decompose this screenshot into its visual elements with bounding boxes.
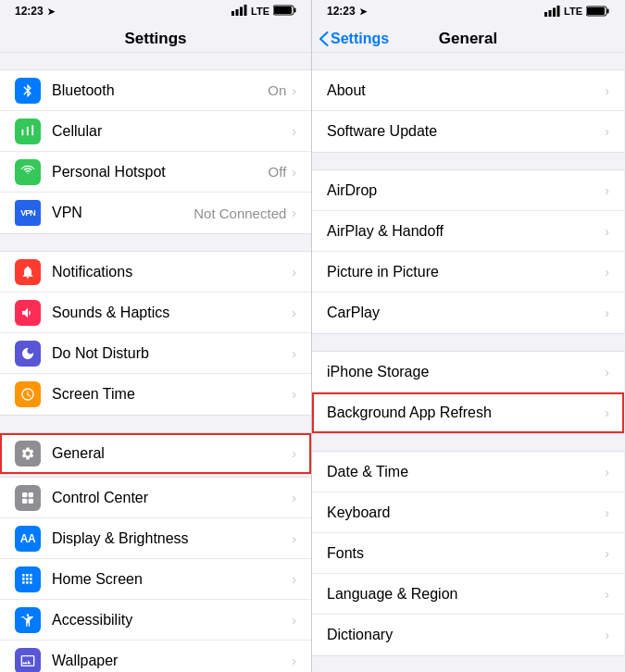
hotspot-label: Personal Hotspot [52,164,269,180]
airplay-item[interactable]: AirPlay & Handoff › [312,211,624,252]
carplay-label: CarPlay [327,305,605,321]
donotdisturb-chevron: › [292,346,296,361]
svg-rect-2 [240,7,243,17]
picture-label: Picture in Picture [327,264,605,280]
date-time-item[interactable]: Date & Time › [312,452,624,492]
svg-rect-6 [294,8,296,13]
vpn-label-left: VPN [52,205,194,221]
background-refresh-label: Background App Refresh [327,404,605,421]
background-refresh-item[interactable]: Background App Refresh › [312,392,624,433]
about-item[interactable]: About › [312,70,624,111]
wallpaper-item[interactable]: Wallpaper › [0,641,311,672]
iphone-storage-chevron: › [605,365,609,380]
picture-item[interactable]: Picture in Picture › [312,252,624,292]
svg-rect-7 [22,492,27,497]
svg-rect-18 [26,581,29,584]
svg-rect-14 [22,578,25,580]
dictionary-item[interactable]: Dictionary › [312,615,624,655]
signal-right [544,6,560,17]
screentime-label: Screen Time [52,386,292,403]
svg-rect-22 [549,10,552,17]
iphone-storage-item[interactable]: iPhone Storage › [312,352,624,392]
status-left: 12:23 ➤ [15,5,55,18]
screentime-item[interactable]: Screen Time › [0,374,311,415]
sounds-label: Sounds & Haptics [52,305,292,321]
left-panel: 12:23 ➤ LTE Settings Bluetooth [0,0,312,672]
airdrop-item[interactable]: AirDrop › [312,170,624,211]
vpn-icon-bg: VPN [15,200,41,226]
controlcenter-icon-bg [15,485,41,511]
cellular-label: Cellular [52,123,292,140]
right-panel: 12:23 ➤ LTE Settings General About › Sof… [312,0,624,672]
notifications-item[interactable]: Notifications › [0,252,311,292]
controlcenter-item[interactable]: Control Center › [0,478,311,518]
signal-bars [231,5,247,18]
software-update-item[interactable]: Software Update › [312,111,624,152]
controlcenter-label: Control Center [52,490,292,506]
about-group: About › Software Update › [312,69,624,153]
connectivity-group: Bluetooth On › Cellular › Personal Hotsp… [0,69,311,234]
donotdisturb-label: Do Not Disturb [52,345,292,362]
display-chevron: › [292,531,296,546]
bluetooth-item[interactable]: Bluetooth On › [0,70,311,111]
cellular-chevron: › [292,124,296,139]
svg-rect-21 [544,12,547,17]
svg-rect-24 [557,6,560,17]
fonts-chevron: › [605,546,609,561]
homescreen-item[interactable]: Home Screen › [0,559,311,600]
svg-rect-23 [553,8,556,18]
airplay-label: AirPlay & Handoff [327,223,605,240]
dictionary-label: Dictionary [327,627,605,643]
carplay-chevron: › [605,305,609,320]
keyboard-item[interactable]: Keyboard › [312,492,624,533]
status-bar-left: 12:23 ➤ LTE [0,0,311,22]
sounds-chevron: › [292,305,296,320]
homescreen-label: Home Screen [52,571,292,588]
cellular-icon-bg [15,118,41,144]
lte-right: LTE [564,6,582,17]
hotspot-item[interactable]: Personal Hotspot Off › [0,152,311,193]
vpn-value-left: Not Connected [194,205,286,221]
accessibility-item[interactable]: Accessibility › [0,600,311,641]
svg-rect-15 [26,578,29,580]
cellular-item[interactable]: Cellular › [0,111,311,152]
status-left-right: 12:23 ➤ [327,5,367,18]
fonts-label: Fonts [327,545,605,562]
right-header: Settings General [312,22,624,53]
svg-rect-19 [30,581,32,584]
donotdisturb-item[interactable]: Do Not Disturb › [0,333,311,374]
location-icon: ➤ [47,6,55,17]
wallpaper-chevron: › [292,653,296,668]
svg-rect-5 [274,6,292,14]
language-label: Language & Region [327,586,605,603]
fonts-item[interactable]: Fonts › [312,533,624,574]
right-title: General [439,30,497,48]
general-label: General [52,445,292,462]
back-label: Settings [331,31,389,47]
carplay-item[interactable]: CarPlay › [312,292,624,333]
left-title: Settings [124,30,186,48]
display-icon-bg: AA [15,526,41,552]
bluetooth-value: On [268,82,286,98]
airdrop-chevron: › [605,183,609,198]
status-right-right: LTE [544,6,609,17]
accessibility-chevron: › [292,613,296,628]
time-right: 12:23 [327,5,356,18]
picture-chevron: › [605,265,609,280]
notifications-chevron: › [292,265,296,280]
software-update-label: Software Update [327,123,605,140]
lte-label: LTE [251,6,269,17]
about-chevron: › [605,83,609,98]
airplay-chevron: › [605,224,609,239]
language-item[interactable]: Language & Region › [312,574,624,615]
vpn-item-left[interactable]: VPN VPN Not Connected › [0,193,311,233]
vpn-chevron-left: › [292,205,296,220]
general-item[interactable]: General › [0,433,311,474]
svg-rect-11 [22,574,25,577]
keyboard-chevron: › [605,505,609,520]
display-item[interactable]: AA Display & Brightness › [0,518,311,559]
dictionary-chevron: › [605,628,609,642]
back-button[interactable]: Settings [319,31,389,47]
svg-rect-16 [30,578,32,580]
sounds-item[interactable]: Sounds & Haptics › [0,292,311,333]
